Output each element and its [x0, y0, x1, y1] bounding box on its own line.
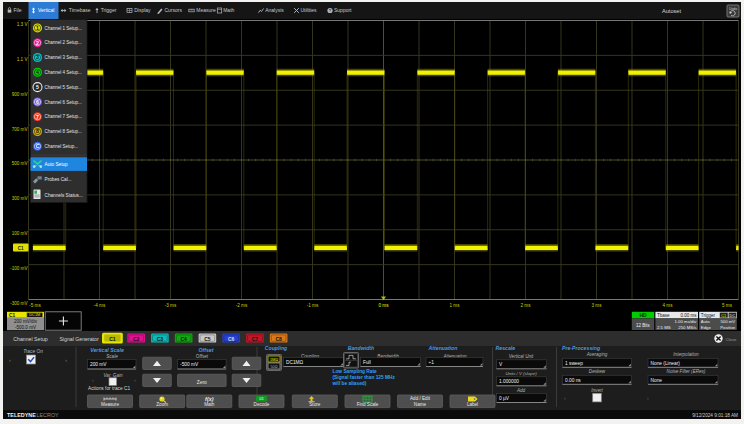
svg-text:Channel 4 Setup...: Channel 4 Setup...: [45, 70, 82, 75]
svg-text:Pre-Processing: Pre-Processing: [562, 345, 601, 351]
svg-text:C7: C7: [252, 336, 259, 342]
svg-text:500 mV: 500 mV: [12, 161, 29, 166]
svg-text:2 ms: 2 ms: [521, 303, 532, 308]
svg-text:Close: Close: [726, 337, 738, 342]
svg-text:Zero: Zero: [197, 380, 207, 385]
svg-text:›: ›: [65, 357, 67, 363]
svg-text:None: None: [651, 378, 663, 383]
svg-text:300 mV: 300 mV: [12, 196, 29, 201]
svg-text:File: File: [14, 7, 22, 13]
svg-text:÷1: ÷1: [429, 360, 435, 365]
svg-text:-100 mV: -100 mV: [10, 266, 28, 271]
svg-text:C4: C4: [180, 336, 187, 342]
svg-text:3 ms: 3 ms: [592, 303, 603, 308]
svg-text:Full: Full: [363, 360, 371, 365]
svg-text:Auto: Auto: [701, 319, 710, 324]
svg-text:Attenuation: Attenuation: [428, 345, 458, 351]
svg-text:8: 8: [36, 128, 39, 134]
svg-text:LECROY: LECROY: [37, 412, 60, 418]
svg-text:01: 01: [259, 396, 264, 401]
svg-text:Display: Display: [134, 7, 151, 13]
svg-text:DC: DC: [730, 313, 736, 318]
svg-text:C3: C3: [157, 336, 164, 342]
svg-text:100 mV: 100 mV: [12, 231, 29, 236]
svg-text:Scale: Scale: [106, 354, 118, 359]
svg-text:1 ms: 1 ms: [450, 303, 461, 308]
svg-text:Cursors: Cursors: [164, 7, 182, 13]
svg-text:Timebase: Timebase: [69, 7, 91, 13]
svg-text:Undo: Undo: [729, 7, 737, 11]
svg-text:-500 mV: -500 mV: [180, 362, 199, 367]
svg-text:Vertical: Vertical: [38, 7, 54, 13]
svg-text:‹: ‹: [9, 357, 11, 363]
svg-text:C2: C2: [133, 336, 140, 342]
svg-text:0.00 ns: 0.00 ns: [565, 378, 581, 383]
svg-text:None (Linear): None (Linear): [651, 361, 681, 366]
svg-text:Add: Add: [516, 388, 526, 393]
svg-text:C1: C1: [109, 336, 116, 342]
svg-text:-500.0 mV: -500.0 mV: [15, 325, 37, 330]
svg-text:Trigger: Trigger: [101, 7, 117, 13]
svg-text:Zoom: Zoom: [156, 402, 168, 407]
svg-text:Auto Setup: Auto Setup: [45, 162, 69, 167]
svg-text:Autoset: Autoset: [662, 8, 681, 14]
svg-text:Invert: Invert: [591, 388, 603, 393]
svg-text:Offset: Offset: [196, 354, 209, 359]
svg-text:1MΩ: 1MΩ: [270, 358, 278, 362]
svg-text:1.3 V: 1.3 V: [17, 22, 29, 27]
svg-text:Probes Cal...: Probes Cal...: [45, 177, 72, 182]
svg-text:Vertical Unit: Vertical Unit: [509, 354, 534, 359]
svg-text:-1 ms: -1 ms: [307, 303, 319, 308]
svg-text:-5 ms: -5 ms: [29, 303, 41, 308]
svg-text:-3 ms: -3 ms: [165, 303, 177, 308]
svg-text:200 mV/div: 200 mV/div: [14, 319, 38, 324]
svg-text:Channel Setup...: Channel Setup...: [45, 144, 79, 149]
svg-text:9/12/2024 9:01:18 AM: 9/12/2024 9:01:18 AM: [692, 413, 738, 418]
svg-text:DC1M: DC1M: [29, 312, 40, 317]
svg-text:1 sweep: 1 sweep: [565, 361, 583, 366]
svg-text:50Ω: 50Ω: [270, 365, 277, 369]
svg-text:5: 5: [36, 84, 39, 90]
svg-text:Channel 6 Setup...: Channel 6 Setup...: [45, 100, 82, 105]
svg-text:2: 2: [36, 40, 39, 46]
svg-text:12 Bits: 12 Bits: [636, 323, 651, 328]
svg-text:Channel 7 Setup...: Channel 7 Setup...: [45, 114, 82, 119]
svg-text:Coupling: Coupling: [265, 345, 288, 351]
svg-text:Support: Support: [334, 7, 352, 13]
svg-text:Signal Generator: Signal Generator: [59, 336, 98, 342]
svg-text:7: 7: [36, 114, 39, 120]
svg-text:Channel 2 Setup...: Channel 2 Setup...: [45, 40, 82, 45]
svg-text:C8: C8: [275, 336, 282, 342]
svg-text:C1: C1: [721, 313, 726, 318]
svg-text:Measure: Measure: [196, 7, 216, 13]
svg-text:Deskew: Deskew: [589, 369, 606, 374]
svg-text:Add / Edit: Add / Edit: [410, 396, 431, 401]
svg-text:Channel 8 Setup...: Channel 8 Setup...: [45, 129, 82, 134]
svg-text:700 mV: 700 mV: [12, 127, 29, 132]
svg-text:2.5 MS: 2.5 MS: [657, 325, 671, 330]
svg-text:250 MS/s: 250 MS/s: [678, 325, 696, 330]
svg-text:Tbase: Tbase: [657, 313, 670, 318]
svg-text:Averaging: Averaging: [586, 352, 608, 357]
svg-text:Units / V (slope): Units / V (slope): [505, 371, 537, 376]
svg-text:Name: Name: [414, 402, 427, 407]
svg-text:DC1MΩ: DC1MΩ: [286, 360, 304, 365]
svg-text:-300 mV: -300 mV: [10, 301, 28, 306]
svg-text:Offset: Offset: [199, 347, 214, 353]
svg-text:Low Sampling Rate: Low Sampling Rate: [333, 369, 378, 374]
svg-text:-4 ms: -4 ms: [94, 303, 106, 308]
svg-text:1.000000: 1.000000: [499, 379, 519, 384]
svg-text:900 mV: 900 mV: [12, 92, 29, 97]
svg-text:Utilities: Utilities: [301, 7, 318, 13]
svg-text:6: 6: [36, 99, 39, 105]
svg-text:4: 4: [36, 69, 39, 75]
svg-text:200 mV: 200 mV: [90, 362, 107, 367]
svg-text:5 ms: 5 ms: [722, 303, 733, 308]
svg-text:C1: C1: [18, 246, 24, 251]
svg-text:500 mV: 500 mV: [720, 319, 735, 324]
svg-text:Edge: Edge: [701, 325, 712, 330]
svg-text:0.00 ms: 0.00 ms: [680, 313, 697, 318]
svg-text:Label: Label: [467, 402, 478, 407]
svg-text:Channel 3 Setup...: Channel 3 Setup...: [45, 55, 82, 60]
svg-text:will be aliased): will be aliased): [332, 381, 367, 386]
